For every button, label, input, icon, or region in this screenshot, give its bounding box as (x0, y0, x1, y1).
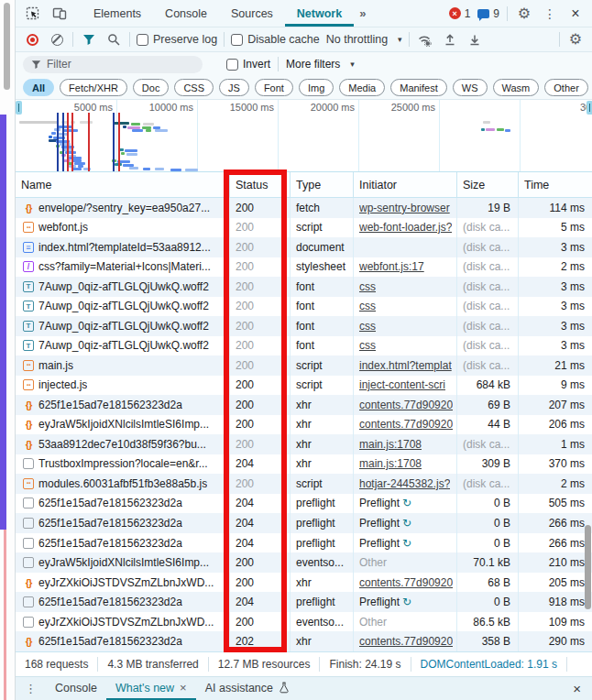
disable-cache-checkbox[interactable]: Disable cache (231, 33, 320, 46)
cell-name[interactable]: T7Auwp_0qiz-afTLGLQjUwkQ.woff2 (16, 277, 230, 297)
table-row[interactable]: {}625f1e15ad7e181562323d2a200xhrcontents… (16, 395, 592, 415)
overview-right-handle[interactable] (587, 101, 592, 115)
initiator-link[interactable]: css (359, 300, 376, 312)
initiator-link[interactable]: contents.77d90920 (359, 635, 453, 648)
invert-checkbox[interactable]: Invert (226, 58, 270, 71)
cell-name[interactable]: eyJraW5kIjoidXNlcilsImtleSI6Imp... (16, 552, 230, 573)
initiator-link[interactable]: wp-sentry-browser (359, 202, 450, 214)
filter-chip-wasm[interactable]: Wasm (493, 79, 540, 96)
cell-name[interactable]: {}eyJraW5kIjoidXNlcilsImtleSI6Imp... (16, 415, 230, 435)
table-row[interactable]: 625f1e15ad7e181562323d2a204preflightPref… (16, 513, 592, 533)
filter-chip-other[interactable]: Other (544, 79, 588, 96)
filter-chip-js[interactable]: JS (219, 79, 249, 96)
table-row[interactable]: T7Auwp_0qiz-afTLGLQjUwkQ.woff2200fontcss… (16, 336, 592, 356)
initiator-link[interactable]: contents.77d90920 (359, 399, 453, 411)
initiator-link[interactable]: css (359, 280, 376, 293)
cell-name[interactable]: {}envelope/?sentry_key=ea950a27... (16, 198, 230, 218)
table-row[interactable]: {}eyJraW5kIjoidXNlcilsImtleSI6Imp...200x… (16, 415, 592, 435)
cell-name[interactable]: 625f1e15ad7e181562323d2a (16, 513, 230, 533)
preserve-log-checkbox[interactable]: Preserve log (137, 33, 217, 46)
cell-name[interactable]: ≡index.html?templateId=53aa8912... (16, 237, 230, 257)
overview-left-handle[interactable] (16, 101, 22, 115)
table-row[interactable]: 625f1e15ad7e181562323d2a204preflightPref… (16, 533, 592, 553)
table-row[interactable]: T7Auwp_0qiz-afTLGLQjUwkQ.woff2200fontcss… (16, 297, 592, 317)
table-scrollbar-thumb[interactable] (585, 525, 591, 609)
close-tab-icon[interactable]: × (180, 681, 187, 695)
filter-chip-ws[interactable]: WS (453, 79, 488, 96)
table-row[interactable]: /css?family=Material+Icons|Materi...200s… (16, 257, 592, 278)
initiator-link[interactable]: index.html?templat (359, 359, 452, 372)
filter-chip-css[interactable]: CSS (174, 79, 214, 96)
cell-name[interactable]: {}625f1e15ad7e181562323d2a (16, 395, 230, 415)
table-row[interactable]: ··webfont.js200scriptweb-font-loader.js?… (16, 218, 592, 238)
table-row[interactable]: TrustboxImpression?locale=en&r...204xhrm… (16, 454, 592, 475)
table-row[interactable]: {}eyJrZXkiOiJSTDVSZmZLbnJxWD...200xhrcon… (16, 573, 592, 593)
tab-console[interactable]: Console (153, 0, 219, 27)
initiator-link[interactable]: inject-content-scri (359, 378, 445, 391)
throttling-select[interactable]: No throttling▾ (326, 33, 402, 46)
tab-elements[interactable]: Elements (82, 0, 153, 27)
column-header-name[interactable]: Name (16, 172, 230, 197)
cell-name[interactable]: ··modules.60031afbf51fb3e88a5b.js (16, 474, 230, 494)
column-header-time[interactable]: Time (519, 172, 592, 197)
filter-chip-manifest[interactable]: Manifest (390, 79, 447, 96)
cell-name[interactable]: ··webfont.js (16, 218, 230, 238)
network-overview-timeline[interactable]: 5000 ms10000 ms15000 ms20000 ms25000 ms3… (16, 100, 592, 172)
initiator-link[interactable]: css (359, 339, 376, 352)
column-header-size[interactable]: Size (457, 172, 519, 197)
page-scrollbar-thumb[interactable] (4, 3, 10, 90)
cell-name[interactable]: T7Auwp_0qiz-afTLGLQjUwkQ.woff2 (16, 316, 230, 336)
close-devtools-icon[interactable]: × (566, 5, 585, 23)
table-row[interactable]: eyJrZXkiOiJSTDVSZmZLbnJxWD...200eventso.… (16, 612, 592, 632)
table-row[interactable]: 625f1e15ad7e181562323d2a204preflightPref… (16, 494, 592, 514)
tab-sources[interactable]: Sources (219, 0, 285, 27)
table-row[interactable]: {}53aa8912dec7e10d38f59f36?bu...200xhrma… (16, 434, 592, 454)
filter-chip-font[interactable]: Font (255, 79, 293, 96)
cell-name[interactable]: ··injected.js (16, 376, 230, 396)
initiator-link[interactable]: contents.77d90920 (359, 576, 453, 589)
search-icon[interactable] (104, 30, 123, 49)
filter-input[interactable]: Filter (23, 56, 203, 73)
cell-name[interactable]: TrustboxImpression?locale=en&r... (16, 454, 230, 475)
cell-name[interactable]: {}eyJrZXkiOiJSTDVSZmZLbnJxWD... (16, 573, 230, 593)
cell-name[interactable]: /css?family=Material+Icons|Materi... (16, 257, 230, 278)
export-har-icon[interactable] (466, 30, 484, 49)
network-conditions-icon[interactable] (416, 30, 434, 49)
cell-name[interactable]: 625f1e15ad7e181562323d2a (16, 494, 230, 514)
filter-chip-doc[interactable]: Doc (133, 79, 170, 96)
cell-name[interactable]: {}625f1e15ad7e181562323d2a (16, 631, 230, 651)
drawer-menu-icon[interactable]: ⋮ (16, 677, 46, 700)
record-network-log-button[interactable] (23, 30, 41, 49)
table-row[interactable]: eyJraW5kIjoidXNlcilsImtleSI6Imp...200eve… (16, 552, 592, 573)
cell-name[interactable]: ··main.js (16, 355, 230, 376)
import-har-icon[interactable] (441, 30, 459, 49)
initiator-link[interactable]: main.js:1708 (359, 457, 422, 470)
error-badge[interactable]: × 1 (449, 7, 471, 20)
cell-name[interactable]: 625f1e15ad7e181562323d2a (16, 592, 230, 612)
initiator-link[interactable]: webfont.js:17 (359, 260, 424, 273)
cell-name[interactable]: 625f1e15ad7e181562323d2a (16, 533, 230, 553)
column-header-initiator[interactable]: Initiator (354, 172, 457, 197)
kebab-menu-icon[interactable]: ⋮ (541, 5, 559, 23)
table-row[interactable]: ··modules.60031afbf51fb3e88a5b.js200scri… (16, 474, 592, 494)
cell-name[interactable]: {}53aa8912dec7e10d38f59f36?bu... (16, 434, 230, 454)
drawer-tab-whats-new[interactable]: What's new × (106, 677, 196, 700)
cell-name[interactable]: T7Auwp_0qiz-afTLGLQjUwkQ.woff2 (16, 297, 230, 317)
more-panels-icon[interactable]: » (354, 0, 371, 27)
filter-chip-all[interactable]: All (23, 79, 54, 96)
table-row[interactable]: ··main.js200scriptindex.html?templat(dis… (16, 355, 592, 376)
drawer-tab-ai-assistance[interactable]: AI assistance (196, 677, 299, 700)
table-row[interactable]: {}625f1e15ad7e181562323d2a202xhrcontents… (16, 631, 592, 651)
column-header-type[interactable]: Type (291, 172, 354, 197)
close-drawer-icon[interactable]: × (562, 677, 592, 700)
initiator-link[interactable]: contents.77d90920 (359, 418, 453, 431)
initiator-link[interactable]: web-font-loader.js? (359, 221, 452, 234)
table-row[interactable]: 625f1e15ad7e181562323d2a204preflightPref… (16, 592, 592, 612)
table-row[interactable]: T7Auwp_0qiz-afTLGLQjUwkQ.woff2200fontcss… (16, 316, 592, 336)
initiator-link[interactable]: hotjar-2445382.js? (359, 477, 450, 490)
table-row[interactable]: ··injected.js200scriptinject-content-scr… (16, 376, 592, 396)
initiator-link[interactable]: main.js:1708 (359, 438, 422, 451)
initiator-link[interactable]: css (359, 320, 376, 333)
table-row[interactable]: T7Auwp_0qiz-afTLGLQjUwkQ.woff2200fontcss… (16, 277, 592, 297)
cell-name[interactable]: eyJrZXkiOiJSTDVSZmZLbnJxWD... (16, 612, 230, 632)
